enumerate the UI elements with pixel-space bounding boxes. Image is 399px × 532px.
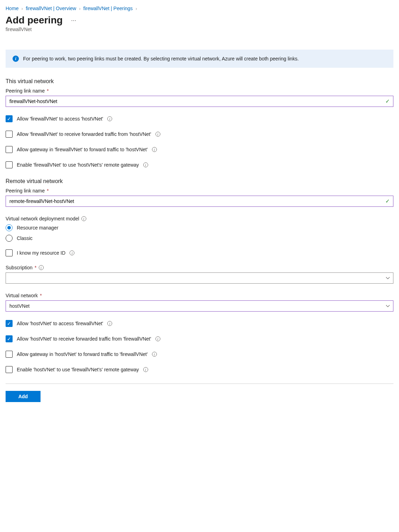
more-actions-icon[interactable]: ···: [70, 16, 78, 25]
checkbox-use-remote-gateway-remote[interactable]: [6, 366, 13, 373]
checkbox-label: I know my resource ID: [17, 250, 65, 256]
radio-label: Resource manager: [17, 225, 58, 231]
checkbox-label: Allow gateway in 'hostVNet' to forward t…: [17, 351, 148, 357]
checkbox-label: Allow 'firewallVNet' to receive forwarde…: [17, 131, 151, 137]
checkbox-label: Enable 'firewallVNet' to use 'hostVNet's…: [17, 162, 139, 168]
info-icon[interactable]: i: [152, 352, 157, 357]
info-icon[interactable]: i: [152, 147, 157, 152]
breadcrumb-overview[interactable]: firewallVNet | Overview: [26, 6, 76, 11]
subscription-select[interactable]: [6, 272, 393, 284]
checkbox-know-resource-id[interactable]: [6, 249, 13, 256]
peering-link-name-input-remote[interactable]: [6, 196, 393, 207]
info-icon[interactable]: i: [143, 162, 148, 167]
breadcrumb-peerings[interactable]: firewallVNet | Peerings: [84, 6, 133, 11]
checkbox-label: Allow 'firewallVNet' to access 'hostVNet…: [17, 116, 103, 122]
virtual-network-select[interactable]: hostVNet: [6, 300, 393, 312]
checkbox-receive-forwarded-remote[interactable]: ✓: [6, 335, 13, 342]
chevron-right-icon: ›: [136, 6, 137, 11]
checkbox-allow-access-remote[interactable]: ✓: [6, 320, 13, 327]
info-icon[interactable]: i: [143, 367, 148, 372]
footer-separator: [6, 384, 393, 384]
peering-link-name-label-this: Peering link name*: [6, 88, 393, 94]
info-icon[interactable]: i: [107, 116, 112, 121]
virtual-network-label: Virtual network*: [6, 293, 393, 298]
checkbox-label: Enable 'hostVNet' to use 'firewallVNet's…: [17, 367, 139, 372]
peering-link-name-label-remote: Peering link name*: [6, 188, 393, 194]
checkbox-label: Allow 'hostVNet' to receive forwarded tr…: [17, 336, 151, 342]
checkbox-use-remote-gateway-this[interactable]: [6, 161, 13, 168]
info-banner-text: For peering to work, two peering links m…: [23, 55, 299, 62]
section-title-remote-vnet: Remote virtual network: [6, 178, 393, 184]
checkbox-allow-access-this[interactable]: ✓: [6, 115, 13, 122]
page-title: Add peering: [6, 15, 63, 26]
info-icon[interactable]: i: [155, 336, 160, 341]
chevron-right-icon: ›: [21, 6, 23, 11]
checkbox-label: Allow gateway in 'firewallVNet' to forwa…: [17, 147, 148, 152]
subscription-label: Subscription* i: [6, 265, 393, 270]
info-banner: i For peering to work, two peering links…: [6, 50, 393, 68]
info-icon[interactable]: i: [81, 216, 86, 221]
chevron-right-icon: ›: [79, 6, 80, 11]
add-button[interactable]: Add: [6, 391, 41, 402]
breadcrumb-home[interactable]: Home: [6, 6, 19, 11]
info-icon[interactable]: i: [107, 321, 112, 326]
page-subtitle: firewallVNet: [6, 27, 393, 32]
checkbox-gateway-forward-remote[interactable]: [6, 351, 13, 358]
peering-link-name-input-this[interactable]: [6, 96, 393, 107]
breadcrumb: Home › firewallVNet | Overview › firewal…: [6, 6, 393, 11]
info-icon[interactable]: i: [155, 132, 160, 137]
checkbox-gateway-forward-this[interactable]: [6, 146, 13, 153]
section-title-this-vnet: This virtual network: [6, 78, 393, 85]
info-icon[interactable]: i: [39, 265, 44, 270]
checkbox-label: Allow 'hostVNet' to access 'firewallVNet…: [17, 321, 103, 326]
info-icon: i: [13, 56, 19, 62]
checkbox-receive-forwarded-this[interactable]: [6, 131, 13, 138]
radio-classic[interactable]: [6, 235, 13, 242]
radio-resource-manager[interactable]: [6, 224, 13, 231]
radio-label: Classic: [17, 235, 32, 241]
info-icon[interactable]: i: [70, 250, 74, 255]
deployment-model-label: Virtual network deployment model i: [6, 216, 393, 221]
